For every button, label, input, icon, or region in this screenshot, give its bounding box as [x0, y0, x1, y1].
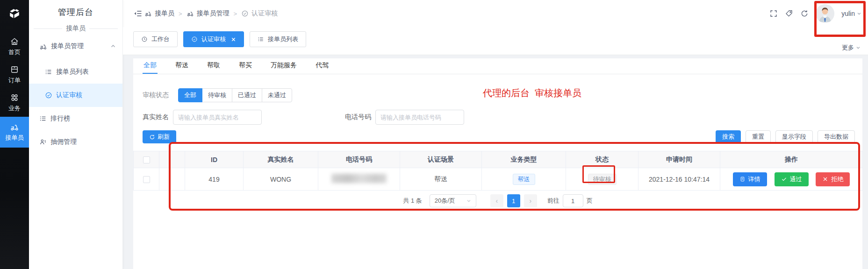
phone-field-label: 电话号码 [345, 113, 371, 121]
chevron-up-icon [110, 43, 116, 49]
app-logo [0, 0, 29, 27]
table-header-row: ID 真实姓名 电话号码 认证场景 业务类型 状态 申请时间 操作 [134, 151, 863, 168]
name-input[interactable] [173, 110, 262, 125]
goto-label: 前往 [547, 197, 560, 205]
show-fields-button[interactable]: 显示字段 [775, 130, 813, 143]
chevron-down-icon [856, 45, 861, 50]
row-expand-cell [159, 168, 185, 191]
sidebar-menu: 接单员列表 认证审核 排行榜 抽佣管理 [29, 60, 122, 154]
app-window: 首页 订单 业务 接单员 管理后台 接单员 接单员管理 [0, 0, 868, 269]
breadcrumb: 接单员 > 接单员管理 > 认证审核 [144, 9, 278, 18]
name-field-label: 真实姓名 [143, 113, 169, 121]
rail-item-couriers[interactable]: 接单员 [0, 117, 29, 148]
reject-label: 拒绝 [831, 175, 843, 184]
scene-tab-delivery[interactable]: 帮送 [174, 58, 189, 74]
status-tag: 待审核 [588, 174, 617, 185]
more-label: 更多 [842, 43, 854, 52]
status-option-approved[interactable]: 已通过 [232, 88, 262, 102]
page-tabbar: 工作台 认证审核 接单员列表 更多 [123, 27, 868, 55]
tab-label: 认证审核 [201, 35, 226, 43]
phone-redacted [331, 174, 387, 183]
header-tools: yulin [769, 4, 861, 23]
breadcrumb-couriers[interactable]: 接单员 [144, 9, 174, 18]
breadcrumb-separator: > [179, 10, 182, 17]
prev-page-button[interactable]: ‹ [490, 194, 503, 207]
select-all-checkbox[interactable] [143, 156, 150, 163]
fullscreen-icon[interactable] [769, 9, 778, 18]
export-button[interactable]: 导出数据 [818, 130, 855, 143]
check-circle-icon [191, 36, 198, 42]
cell-biz-type: 帮送 [482, 168, 566, 191]
list-icon [45, 68, 52, 76]
sidebar-item-courier-list[interactable]: 接单员列表 [29, 60, 122, 84]
cell-scene: 帮送 [400, 168, 482, 191]
goto-page-input[interactable] [563, 194, 583, 207]
status-option-all[interactable]: 全部 [178, 88, 202, 102]
scene-tab-all[interactable]: 全部 [143, 58, 158, 74]
breadcrumb-courier-management[interactable]: 接单员管理 [187, 9, 230, 18]
sidebar-item-label: 认证审核 [56, 91, 82, 99]
goto-unit: 页 [587, 197, 593, 205]
approve-button[interactable]: 通过 [775, 172, 809, 186]
review-table: ID 真实姓名 电话号码 认证场景 业务类型 状态 申请时间 操作 [133, 151, 863, 191]
sidebar-item-ranking[interactable]: 排行榜 [29, 107, 122, 130]
tab-workbench[interactable]: 工作台 [133, 31, 178, 47]
content-card: 全部 帮送 帮取 帮买 万能服务 代驾 审核状态 全部 待审核 已通过 未通过 [133, 58, 862, 269]
row-checkbox[interactable] [143, 176, 150, 183]
reset-button[interactable]: 重置 [746, 130, 771, 143]
rail-item-business[interactable]: 业务 [0, 89, 29, 117]
sidebar-group-courier-management[interactable]: 接单员管理 [29, 35, 122, 57]
scene-tab-pickup[interactable]: 帮取 [206, 58, 221, 74]
scooter-icon [187, 10, 194, 17]
sidebar-group-label: 接单员管理 [51, 42, 84, 50]
detail-button[interactable]: 详情 [733, 172, 767, 186]
refresh-button[interactable]: 刷新 [143, 130, 176, 143]
tab-label: 接单员列表 [268, 35, 298, 43]
more-dropdown[interactable]: 更多 [842, 43, 861, 52]
user-menu[interactable]: yulin [841, 10, 861, 17]
logo-icon [7, 6, 22, 21]
scooter-icon [144, 10, 152, 17]
header-expand-cell [159, 151, 185, 168]
close-icon[interactable] [231, 37, 236, 42]
search-button[interactable]: 搜索 [716, 130, 741, 143]
tab-cert-review[interactable]: 认证审核 [183, 31, 244, 47]
sidebar-collapse-icon[interactable] [133, 9, 143, 18]
table-row: 419 WONG 帮送 帮送 待审核 2021-12-16 10:47:14 详… [134, 168, 863, 191]
scene-tab-driving[interactable]: 代驾 [315, 58, 330, 74]
check-circle-icon [241, 10, 249, 17]
column-name: 真实姓名 [244, 151, 318, 168]
tab-courier-list[interactable]: 接单员列表 [250, 31, 306, 47]
column-status: 状态 [566, 151, 638, 168]
list-icon [39, 115, 47, 122]
refresh-icon[interactable] [800, 9, 809, 18]
sidebar-item-commission[interactable]: 抽佣管理 [29, 130, 122, 154]
column-actions: 操作 [720, 151, 863, 168]
biz-type-tag: 帮送 [513, 174, 535, 185]
sidebar-item-label: 排行榜 [50, 114, 70, 123]
status-option-rejected[interactable]: 未通过 [262, 88, 292, 102]
theme-tag-icon[interactable] [785, 9, 793, 18]
toolbar-row: 刷新 搜索 重置 显示字段 导出数据 [133, 130, 862, 143]
sidebar-item-label: 接单员列表 [56, 68, 89, 76]
rail-item-orders[interactable]: 订单 [0, 61, 29, 89]
clock-icon [141, 36, 148, 42]
phone-input[interactable] [375, 110, 464, 125]
page-size-select[interactable]: 20条/页 [430, 194, 476, 207]
cell-apply-time: 2021-12-16 10:47:14 [638, 168, 720, 191]
avatar-image [816, 4, 834, 23]
next-page-button[interactable]: › [524, 194, 537, 207]
reject-button[interactable]: 拒绝 [816, 172, 850, 186]
scene-tab-universal[interactable]: 万能服务 [270, 58, 298, 74]
page-number-1[interactable]: 1 [507, 194, 520, 207]
user-avatar[interactable] [816, 4, 834, 23]
rail-item-home[interactable]: 首页 [0, 33, 29, 61]
column-phone: 电话号码 [318, 151, 400, 168]
sidebar-section-divider: 接单员 [29, 21, 122, 34]
scene-tab-buy[interactable]: 帮买 [238, 58, 253, 74]
detail-label: 详情 [748, 175, 760, 184]
toolbar-right: 搜索 重置 显示字段 导出数据 [716, 130, 855, 143]
sidebar-item-cert-review[interactable]: 认证审核 [29, 84, 122, 107]
cell-actions: 详情 通过 拒绝 [720, 168, 863, 191]
status-option-pending[interactable]: 待审核 [202, 88, 232, 102]
